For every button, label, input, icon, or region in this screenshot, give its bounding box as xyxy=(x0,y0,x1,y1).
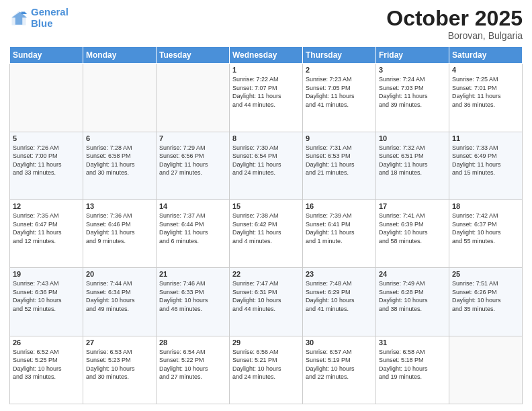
calendar-cell xyxy=(10,64,83,132)
col-header-wednesday: Wednesday xyxy=(230,47,303,64)
day-info: Sunrise: 7:26 AM Sunset: 7:00 PM Dayligh… xyxy=(13,144,80,177)
calendar-cell: 20Sunrise: 7:44 AM Sunset: 6:34 PM Dayli… xyxy=(83,268,157,336)
day-info: Sunrise: 7:51 AM Sunset: 6:26 PM Dayligh… xyxy=(452,279,519,313)
day-info: Sunrise: 6:57 AM Sunset: 5:19 PM Dayligh… xyxy=(306,348,373,381)
day-number: 7 xyxy=(159,134,226,142)
day-number: 9 xyxy=(306,134,373,142)
day-info: Sunrise: 7:38 AM Sunset: 6:42 PM Dayligh… xyxy=(232,212,300,245)
day-info: Sunrise: 7:22 AM Sunset: 7:07 PM Dayligh… xyxy=(232,75,300,109)
calendar-cell: 2Sunrise: 7:23 AM Sunset: 7:05 PM Daylig… xyxy=(303,64,376,132)
calendar-cell: 4Sunrise: 7:25 AM Sunset: 7:01 PM Daylig… xyxy=(449,64,523,132)
day-number: 1 xyxy=(232,66,300,74)
calendar-week-1: 5Sunrise: 7:26 AM Sunset: 7:00 PM Daylig… xyxy=(10,132,523,199)
calendar-cell: 30Sunrise: 6:57 AM Sunset: 5:19 PM Dayli… xyxy=(303,336,376,404)
col-header-friday: Friday xyxy=(376,47,449,64)
day-number: 19 xyxy=(13,270,80,278)
logo: General Blue xyxy=(9,7,69,29)
calendar-cell xyxy=(83,64,157,132)
calendar-cell: 6Sunrise: 7:28 AM Sunset: 6:58 PM Daylig… xyxy=(83,132,157,199)
day-info: Sunrise: 6:54 AM Sunset: 5:22 PM Dayligh… xyxy=(159,348,226,381)
calendar-cell xyxy=(449,336,523,404)
day-info: Sunrise: 7:36 AM Sunset: 6:46 PM Dayligh… xyxy=(86,212,153,245)
day-info: Sunrise: 7:48 AM Sunset: 6:29 PM Dayligh… xyxy=(306,279,373,313)
day-number: 31 xyxy=(379,338,446,347)
logo-icon xyxy=(9,9,28,28)
page: General Blue October 2025 Borovan, Bulga… xyxy=(0,0,532,411)
day-info: Sunrise: 7:41 AM Sunset: 6:39 PM Dayligh… xyxy=(379,212,446,245)
day-number: 28 xyxy=(159,338,226,347)
calendar-cell: 16Sunrise: 7:39 AM Sunset: 6:41 PM Dayli… xyxy=(303,199,376,267)
calendar-cell: 25Sunrise: 7:51 AM Sunset: 6:26 PM Dayli… xyxy=(449,268,523,336)
calendar-cell: 28Sunrise: 6:54 AM Sunset: 5:22 PM Dayli… xyxy=(157,336,230,404)
day-number: 10 xyxy=(379,134,446,142)
calendar-cell: 22Sunrise: 7:47 AM Sunset: 6:31 PM Dayli… xyxy=(230,268,303,336)
day-info: Sunrise: 6:52 AM Sunset: 5:25 PM Dayligh… xyxy=(13,348,80,381)
day-number: 4 xyxy=(452,66,519,74)
day-number: 5 xyxy=(13,134,80,142)
day-info: Sunrise: 7:25 AM Sunset: 7:01 PM Dayligh… xyxy=(452,75,519,109)
day-info: Sunrise: 7:32 AM Sunset: 6:51 PM Dayligh… xyxy=(379,144,446,177)
day-info: Sunrise: 7:35 AM Sunset: 6:47 PM Dayligh… xyxy=(13,212,80,245)
calendar-cell: 18Sunrise: 7:42 AM Sunset: 6:37 PM Dayli… xyxy=(449,199,523,267)
col-header-saturday: Saturday xyxy=(449,47,523,64)
day-number: 17 xyxy=(379,202,446,210)
calendar-cell: 10Sunrise: 7:32 AM Sunset: 6:51 PM Dayli… xyxy=(376,132,449,199)
day-number: 15 xyxy=(232,202,300,210)
day-number: 30 xyxy=(306,338,373,347)
col-header-thursday: Thursday xyxy=(303,47,376,64)
calendar-cell: 29Sunrise: 6:56 AM Sunset: 5:21 PM Dayli… xyxy=(230,336,303,404)
day-number: 11 xyxy=(452,134,519,142)
day-number: 18 xyxy=(452,202,519,210)
col-header-sunday: Sunday xyxy=(10,47,83,64)
calendar-cell: 8Sunrise: 7:30 AM Sunset: 6:54 PM Daylig… xyxy=(230,132,303,199)
calendar-cell: 31Sunrise: 6:58 AM Sunset: 5:18 PM Dayli… xyxy=(376,336,449,404)
calendar-table: SundayMondayTuesdayWednesdayThursdayFrid… xyxy=(9,46,523,404)
calendar-cell: 11Sunrise: 7:33 AM Sunset: 6:49 PM Dayli… xyxy=(449,132,523,199)
day-info: Sunrise: 7:29 AM Sunset: 6:56 PM Dayligh… xyxy=(159,144,226,177)
day-number: 22 xyxy=(232,270,300,278)
day-number: 16 xyxy=(306,202,373,210)
logo-line2: Blue xyxy=(31,17,53,29)
day-number: 8 xyxy=(232,134,300,142)
calendar-cell: 12Sunrise: 7:35 AM Sunset: 6:47 PM Dayli… xyxy=(10,199,83,267)
calendar-cell: 19Sunrise: 7:43 AM Sunset: 6:36 PM Dayli… xyxy=(10,268,83,336)
day-number: 2 xyxy=(306,66,373,74)
day-number: 3 xyxy=(379,66,446,74)
day-number: 20 xyxy=(86,270,153,278)
calendar-week-4: 26Sunrise: 6:52 AM Sunset: 5:25 PM Dayli… xyxy=(10,336,523,404)
calendar-cell xyxy=(157,64,230,132)
day-number: 29 xyxy=(232,338,300,347)
day-number: 26 xyxy=(13,338,80,347)
calendar-cell: 14Sunrise: 7:37 AM Sunset: 6:44 PM Dayli… xyxy=(157,199,230,267)
col-header-tuesday: Tuesday xyxy=(157,47,230,64)
calendar-cell: 27Sunrise: 6:53 AM Sunset: 5:23 PM Dayli… xyxy=(83,336,157,404)
calendar-cell: 24Sunrise: 7:49 AM Sunset: 6:28 PM Dayli… xyxy=(376,268,449,336)
day-info: Sunrise: 7:23 AM Sunset: 7:05 PM Dayligh… xyxy=(306,75,373,109)
calendar-week-0: 1Sunrise: 7:22 AM Sunset: 7:07 PM Daylig… xyxy=(10,64,523,132)
calendar-cell: 9Sunrise: 7:31 AM Sunset: 6:53 PM Daylig… xyxy=(303,132,376,199)
day-info: Sunrise: 6:58 AM Sunset: 5:18 PM Dayligh… xyxy=(379,348,446,381)
day-info: Sunrise: 7:43 AM Sunset: 6:36 PM Dayligh… xyxy=(13,279,80,313)
day-number: 12 xyxy=(13,202,80,210)
day-info: Sunrise: 7:47 AM Sunset: 6:31 PM Dayligh… xyxy=(232,279,300,313)
day-number: 6 xyxy=(86,134,153,142)
calendar-week-2: 12Sunrise: 7:35 AM Sunset: 6:47 PM Dayli… xyxy=(10,199,523,267)
day-info: Sunrise: 7:42 AM Sunset: 6:37 PM Dayligh… xyxy=(452,212,519,245)
day-info: Sunrise: 7:31 AM Sunset: 6:53 PM Dayligh… xyxy=(306,144,373,177)
day-info: Sunrise: 7:33 AM Sunset: 6:49 PM Dayligh… xyxy=(452,144,519,177)
header: General Blue October 2025 Borovan, Bulga… xyxy=(9,7,523,41)
logo-text: General Blue xyxy=(31,7,69,29)
calendar-header-row: SundayMondayTuesdayWednesdayThursdayFrid… xyxy=(10,47,523,64)
day-number: 27 xyxy=(86,338,153,347)
day-info: Sunrise: 7:24 AM Sunset: 7:03 PM Dayligh… xyxy=(379,75,446,109)
day-info: Sunrise: 7:46 AM Sunset: 6:33 PM Dayligh… xyxy=(159,279,226,313)
day-number: 24 xyxy=(379,270,446,278)
col-header-monday: Monday xyxy=(83,47,157,64)
calendar-cell: 5Sunrise: 7:26 AM Sunset: 7:00 PM Daylig… xyxy=(10,132,83,199)
calendar-cell: 13Sunrise: 7:36 AM Sunset: 6:46 PM Dayli… xyxy=(83,199,157,267)
calendar-cell: 7Sunrise: 7:29 AM Sunset: 6:56 PM Daylig… xyxy=(157,132,230,199)
day-info: Sunrise: 7:37 AM Sunset: 6:44 PM Dayligh… xyxy=(159,212,226,245)
calendar-cell: 26Sunrise: 6:52 AM Sunset: 5:25 PM Dayli… xyxy=(10,336,83,404)
day-info: Sunrise: 7:39 AM Sunset: 6:41 PM Dayligh… xyxy=(306,212,373,245)
day-number: 14 xyxy=(159,202,226,210)
